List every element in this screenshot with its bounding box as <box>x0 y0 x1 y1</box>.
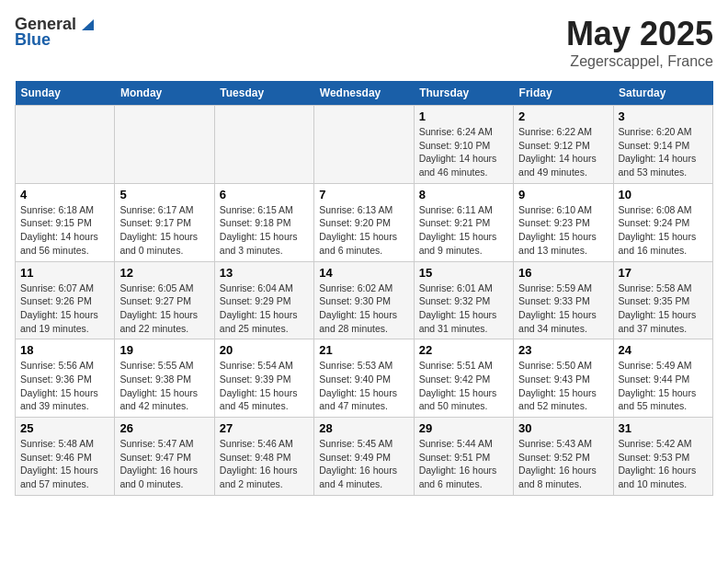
day-info: Sunrise: 5:46 AMSunset: 9:48 PMDaylight:… <box>220 437 309 491</box>
calendar-cell: 30Sunrise: 5:43 AMSunset: 9:52 PMDayligh… <box>514 418 613 496</box>
calendar-cell: 25Sunrise: 5:48 AMSunset: 9:46 PMDayligh… <box>16 418 115 496</box>
calendar-cell: 17Sunrise: 5:58 AMSunset: 9:35 PMDayligh… <box>613 261 712 339</box>
day-number: 28 <box>319 421 408 435</box>
calendar-cell: 9Sunrise: 6:10 AMSunset: 9:23 PMDaylight… <box>514 183 613 261</box>
header-thursday: Thursday <box>414 81 513 106</box>
day-number: 29 <box>419 421 508 435</box>
day-info: Sunrise: 6:02 AMSunset: 9:30 PMDaylight:… <box>319 282 408 336</box>
day-info: Sunrise: 5:42 AMSunset: 9:53 PMDaylight:… <box>619 437 708 491</box>
day-info: Sunrise: 6:04 AMSunset: 9:29 PMDaylight:… <box>220 282 309 336</box>
day-info: Sunrise: 6:07 AMSunset: 9:26 PMDaylight:… <box>20 282 109 336</box>
day-info: Sunrise: 5:48 AMSunset: 9:46 PMDaylight:… <box>20 437 109 491</box>
day-info: Sunrise: 6:18 AMSunset: 9:15 PMDaylight:… <box>20 203 109 258</box>
day-number: 6 <box>220 188 309 201</box>
calendar-cell: 4Sunrise: 6:18 AMSunset: 9:15 PMDaylight… <box>16 183 115 261</box>
day-number: 19 <box>119 343 209 357</box>
day-number: 2 <box>518 109 608 123</box>
calendar-cell: 18Sunrise: 5:56 AMSunset: 9:36 PMDayligh… <box>16 339 115 418</box>
logo: General Blue <box>15 15 94 50</box>
day-number: 21 <box>319 343 408 357</box>
calendar-cell: 19Sunrise: 5:55 AMSunset: 9:38 PMDayligh… <box>115 339 214 418</box>
header-wednesday: Wednesday <box>314 81 414 106</box>
day-number: 26 <box>119 421 209 435</box>
day-number: 22 <box>419 343 508 357</box>
header-friday: Friday <box>514 81 613 106</box>
day-number: 9 <box>518 188 608 201</box>
week-row-2: 4Sunrise: 6:18 AMSunset: 9:15 PMDaylight… <box>16 183 713 261</box>
day-info: Sunrise: 6:11 AMSunset: 9:21 PMDaylight:… <box>419 203 508 258</box>
day-info: Sunrise: 6:15 AMSunset: 9:18 PMDaylight:… <box>220 203 309 258</box>
day-number: 8 <box>419 188 508 201</box>
calendar-cell: 16Sunrise: 5:59 AMSunset: 9:33 PMDayligh… <box>514 261 613 339</box>
day-info: Sunrise: 5:59 AMSunset: 9:33 PMDaylight:… <box>518 282 608 336</box>
day-info: Sunrise: 5:43 AMSunset: 9:52 PMDaylight:… <box>518 437 608 491</box>
day-number: 7 <box>319 188 408 201</box>
calendar-cell <box>214 106 313 184</box>
header-row: SundayMondayTuesdayWednesdayThursdayFrid… <box>16 81 713 106</box>
calendar-header: SundayMondayTuesdayWednesdayThursdayFrid… <box>16 81 713 106</box>
day-number: 3 <box>619 109 708 123</box>
day-info: Sunrise: 5:58 AMSunset: 9:35 PMDaylight:… <box>619 282 708 336</box>
day-number: 18 <box>20 343 109 357</box>
day-info: Sunrise: 6:01 AMSunset: 9:32 PMDaylight:… <box>419 282 508 336</box>
calendar-cell <box>16 106 115 184</box>
calendar-cell: 12Sunrise: 6:05 AMSunset: 9:27 PMDayligh… <box>115 261 214 339</box>
day-info: Sunrise: 5:50 AMSunset: 9:43 PMDaylight:… <box>518 359 608 413</box>
day-info: Sunrise: 6:08 AMSunset: 9:24 PMDaylight:… <box>619 203 708 258</box>
calendar-cell: 15Sunrise: 6:01 AMSunset: 9:32 PMDayligh… <box>414 261 513 339</box>
day-number: 15 <box>419 266 508 280</box>
calendar-cell: 20Sunrise: 5:54 AMSunset: 9:39 PMDayligh… <box>214 339 313 418</box>
day-number: 1 <box>419 109 508 123</box>
calendar-cell: 8Sunrise: 6:11 AMSunset: 9:21 PMDaylight… <box>414 183 513 261</box>
week-row-1: 1Sunrise: 6:24 AMSunset: 9:10 PMDaylight… <box>16 106 713 184</box>
day-number: 11 <box>20 266 109 280</box>
day-number: 5 <box>119 188 209 201</box>
header-tuesday: Tuesday <box>214 81 313 106</box>
day-info: Sunrise: 6:20 AMSunset: 9:14 PMDaylight:… <box>619 125 708 179</box>
day-number: 4 <box>20 188 109 201</box>
day-number: 12 <box>119 266 209 280</box>
day-number: 20 <box>220 343 309 357</box>
calendar-cell: 6Sunrise: 6:15 AMSunset: 9:18 PMDaylight… <box>214 183 313 261</box>
day-info: Sunrise: 6:22 AMSunset: 9:12 PMDaylight:… <box>518 125 608 179</box>
day-info: Sunrise: 6:05 AMSunset: 9:27 PMDaylight:… <box>119 282 209 336</box>
week-row-5: 25Sunrise: 5:48 AMSunset: 9:46 PMDayligh… <box>16 418 713 496</box>
calendar-cell: 2Sunrise: 6:22 AMSunset: 9:12 PMDaylight… <box>514 106 613 184</box>
page-header: General Blue May 2025 Zegerscappel, Fran… <box>15 15 713 70</box>
calendar-cell: 14Sunrise: 6:02 AMSunset: 9:30 PMDayligh… <box>314 261 414 339</box>
logo-blue-text: Blue <box>15 30 51 50</box>
calendar-cell: 29Sunrise: 5:44 AMSunset: 9:51 PMDayligh… <box>414 418 513 496</box>
calendar-cell: 7Sunrise: 6:13 AMSunset: 9:20 PMDaylight… <box>314 183 414 261</box>
calendar-cell: 22Sunrise: 5:51 AMSunset: 9:42 PMDayligh… <box>414 339 513 418</box>
day-number: 31 <box>619 421 708 435</box>
calendar-body: 1Sunrise: 6:24 AMSunset: 9:10 PMDaylight… <box>16 106 713 496</box>
calendar-cell: 28Sunrise: 5:45 AMSunset: 9:49 PMDayligh… <box>314 418 414 496</box>
day-info: Sunrise: 5:53 AMSunset: 9:40 PMDaylight:… <box>319 359 408 413</box>
title-area: May 2025 Zegerscappel, France <box>566 15 713 70</box>
day-info: Sunrise: 5:56 AMSunset: 9:36 PMDaylight:… <box>20 359 109 413</box>
week-row-4: 18Sunrise: 5:56 AMSunset: 9:36 PMDayligh… <box>16 339 713 418</box>
day-number: 17 <box>619 266 708 280</box>
header-sunday: Sunday <box>16 81 115 106</box>
calendar-cell: 1Sunrise: 6:24 AMSunset: 9:10 PMDaylight… <box>414 106 513 184</box>
calendar-cell: 23Sunrise: 5:50 AMSunset: 9:43 PMDayligh… <box>514 339 613 418</box>
calendar-cell: 10Sunrise: 6:08 AMSunset: 9:24 PMDayligh… <box>613 183 712 261</box>
calendar-cell: 24Sunrise: 5:49 AMSunset: 9:44 PMDayligh… <box>613 339 712 418</box>
day-number: 25 <box>20 421 109 435</box>
week-row-3: 11Sunrise: 6:07 AMSunset: 9:26 PMDayligh… <box>16 261 713 339</box>
day-info: Sunrise: 5:55 AMSunset: 9:38 PMDaylight:… <box>119 359 209 413</box>
calendar-cell: 5Sunrise: 6:17 AMSunset: 9:17 PMDaylight… <box>115 183 214 261</box>
svg-marker-0 <box>82 19 94 30</box>
calendar-cell: 26Sunrise: 5:47 AMSunset: 9:47 PMDayligh… <box>115 418 214 496</box>
day-number: 27 <box>220 421 309 435</box>
calendar-cell <box>314 106 414 184</box>
calendar-cell: 27Sunrise: 5:46 AMSunset: 9:48 PMDayligh… <box>214 418 313 496</box>
day-info: Sunrise: 5:47 AMSunset: 9:47 PMDaylight:… <box>119 437 209 491</box>
day-number: 23 <box>518 343 608 357</box>
day-info: Sunrise: 6:13 AMSunset: 9:20 PMDaylight:… <box>319 203 408 258</box>
day-info: Sunrise: 6:10 AMSunset: 9:23 PMDaylight:… <box>518 203 608 258</box>
day-info: Sunrise: 5:51 AMSunset: 9:42 PMDaylight:… <box>419 359 508 413</box>
day-number: 30 <box>518 421 608 435</box>
calendar-cell: 21Sunrise: 5:53 AMSunset: 9:40 PMDayligh… <box>314 339 414 418</box>
month-title: May 2025 <box>566 15 713 53</box>
